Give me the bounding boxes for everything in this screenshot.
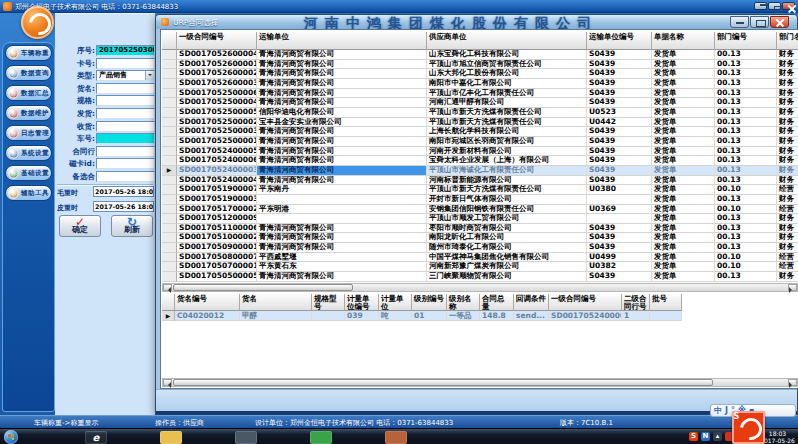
- sidebar-item-6[interactable]: 系统设置: [5, 145, 52, 161]
- cell[interactable]: 青海清河商贸有限公司: [257, 137, 427, 147]
- cell[interactable]: 宝舜太科企业发展（上海）有限公司: [427, 156, 587, 166]
- cell[interactable]: 平顶山市顺发工贸有限公司: [427, 214, 587, 224]
- cell[interactable]: 财务: [777, 272, 798, 282]
- cell[interactable]: 河南汇通甲醇有限公司: [427, 98, 587, 108]
- table-row[interactable]: SD0017052400004青海清河商贸有限公司河南标普新能源有限公司S043…: [162, 176, 798, 186]
- detail-grid-hscrollbar[interactable]: [162, 378, 798, 387]
- cell[interactable]: 发货单: [652, 272, 715, 282]
- table-row[interactable]: SD0017051200009平顶山市顺发工贸有限公司发货单00.13财务: [162, 214, 798, 224]
- cell[interactable]: 青海清河商贸有限公司: [257, 166, 427, 176]
- cell[interactable]: 南阳龙昕化工有限公司: [427, 233, 587, 243]
- sidebar-item-7[interactable]: 基础设置: [5, 165, 52, 181]
- cell[interactable]: 发货单: [652, 205, 715, 215]
- camera-app-icon[interactable]: [235, 431, 257, 444]
- cell[interactable]: 00.13: [715, 98, 777, 108]
- cell[interactable]: 发货单: [652, 127, 715, 137]
- cell[interactable]: 发货单: [652, 98, 715, 108]
- cell[interactable]: SD0017052500005: [177, 108, 257, 118]
- cell[interactable]: 00.13: [715, 108, 777, 118]
- cell[interactable]: S0439: [587, 243, 652, 253]
- cell[interactable]: 青海清河商贸有限公司: [257, 176, 427, 186]
- cell[interactable]: [257, 195, 427, 205]
- cell[interactable]: S0439: [587, 166, 652, 176]
- cell[interactable]: 财务: [777, 176, 798, 186]
- cell[interactable]: 经营: [777, 185, 798, 195]
- sidebar-item-5[interactable]: 日志管理: [5, 125, 52, 141]
- cell[interactable]: 平东南丹: [257, 185, 427, 195]
- cell[interactable]: 山东大邦化工股份有限公司: [427, 69, 587, 79]
- minimize-icon[interactable]: [754, 2, 767, 10]
- cell[interactable]: 南阳市宛城区长羽商贸有限公司: [427, 137, 587, 147]
- cell[interactable]: 青海清河商贸有限公司: [257, 147, 427, 157]
- cell[interactable]: S0439: [587, 156, 652, 166]
- cell[interactable]: SD0017052500002: [177, 118, 257, 128]
- cell[interactable]: U0499: [587, 253, 652, 263]
- cell[interactable]: SD0017052600003: [177, 79, 257, 89]
- cell[interactable]: SD0017052500004: [177, 98, 257, 108]
- folder-icon[interactable]: [160, 431, 182, 444]
- cell[interactable]: 河南标普新能源有限公司: [427, 176, 587, 186]
- column-header[interactable]: 单据名称: [652, 32, 715, 50]
- cell[interactable]: 发货单: [652, 176, 715, 186]
- cell[interactable]: S0439: [587, 69, 652, 79]
- cell[interactable]: 00.13: [715, 127, 777, 137]
- form-field-11[interactable]: [96, 171, 155, 182]
- column-header[interactable]: 供应商单位: [427, 32, 587, 50]
- cell[interactable]: SD0017051200009: [177, 214, 257, 224]
- table-row[interactable]: SD0017051700002平东明港安钢集团信阳钢铁有限责任公司U0369发货…: [162, 205, 798, 215]
- cell[interactable]: 河南开发新材料有限公司: [427, 147, 587, 157]
- sidebar-item-2[interactable]: 数据查询: [5, 65, 52, 81]
- cell[interactable]: 发货单: [652, 262, 715, 272]
- cell[interactable]: 财务: [777, 108, 798, 118]
- column-header[interactable]: 级别名称: [447, 294, 480, 311]
- cell[interactable]: SD0017052500001: [177, 137, 257, 147]
- sidebar-item-8[interactable]: 辅助工具: [5, 185, 52, 201]
- form-field-7[interactable]: [96, 121, 155, 132]
- cell[interactable]: 青海清河商贸有限公司: [257, 127, 427, 137]
- cell[interactable]: 经营: [777, 262, 798, 272]
- cell[interactable]: 00.13: [715, 224, 777, 234]
- cell[interactable]: SD0017050700001: [177, 262, 257, 272]
- cell[interactable]: 财务: [777, 118, 798, 128]
- chinese-mode-icon[interactable]: 中: [714, 405, 722, 416]
- column-header[interactable]: 二级合同行号: [622, 294, 650, 311]
- cell[interactable]: SD0017050900001: [177, 243, 257, 253]
- cell[interactable]: 中国平煤神马集团焦化销售有限公司: [427, 253, 587, 263]
- cell[interactable]: 发货单: [652, 214, 715, 224]
- column-header[interactable]: 部门编号: [715, 32, 777, 50]
- cell[interactable]: 财务: [777, 60, 798, 70]
- sidebar-item-3[interactable]: 数据汇总: [5, 85, 52, 101]
- start-button[interactable]: [4, 430, 18, 444]
- cell[interactable]: 00.13: [715, 243, 777, 253]
- ie-icon[interactable]: e: [85, 431, 107, 444]
- cell[interactable]: 00.10: [715, 185, 777, 195]
- cell[interactable]: 信阳华迪电化有限公司: [257, 108, 427, 118]
- cell[interactable]: 财务: [777, 79, 798, 89]
- scroll-right-icon[interactable]: [788, 284, 797, 291]
- sidebar-item-1[interactable]: 车辆称重: [5, 45, 52, 61]
- cell[interactable]: SD0017052400006: [177, 156, 257, 166]
- cell[interactable]: 平顶山市亿丰化工有限责任公司: [427, 89, 587, 99]
- column-header[interactable]: 运输单位: [257, 32, 427, 50]
- green-app-icon[interactable]: [310, 431, 332, 444]
- cell[interactable]: SD0017050800007: [177, 253, 257, 263]
- table-row[interactable]: SD0017052500002宝丰县金安实业有限公司平顶山市新天方洗煤有限责任公…: [162, 118, 798, 128]
- cell[interactable]: 00.10: [715, 262, 777, 272]
- cell[interactable]: 财务: [777, 156, 798, 166]
- dialog-minimize-icon[interactable]: [730, 16, 749, 28]
- cell[interactable]: S0439: [587, 137, 652, 147]
- cell[interactable]: 财务: [777, 195, 798, 205]
- table-row[interactable]: SD0017052600003青海清河商贸有限公司南阳市中嘉化工有限公司S043…: [162, 79, 798, 89]
- cell[interactable]: [312, 311, 345, 321]
- form-field-3[interactable]: 产品销售: [96, 70, 155, 81]
- scroll-right-icon[interactable]: [788, 379, 797, 386]
- column-header[interactable]: 货名编号: [175, 294, 240, 311]
- dialog-close-icon[interactable]: [770, 16, 789, 28]
- dialog-maximize-icon[interactable]: [750, 16, 769, 28]
- cell[interactable]: 平西戚墅堰: [257, 253, 427, 263]
- form-field-8[interactable]: [96, 133, 155, 144]
- chevron-down-icon[interactable]: [145, 71, 154, 80]
- tare-time-value[interactable]: 2017-05-26 18:0: [93, 201, 154, 212]
- form-field-4[interactable]: [96, 83, 155, 94]
- cell[interactable]: 00.13: [715, 233, 777, 243]
